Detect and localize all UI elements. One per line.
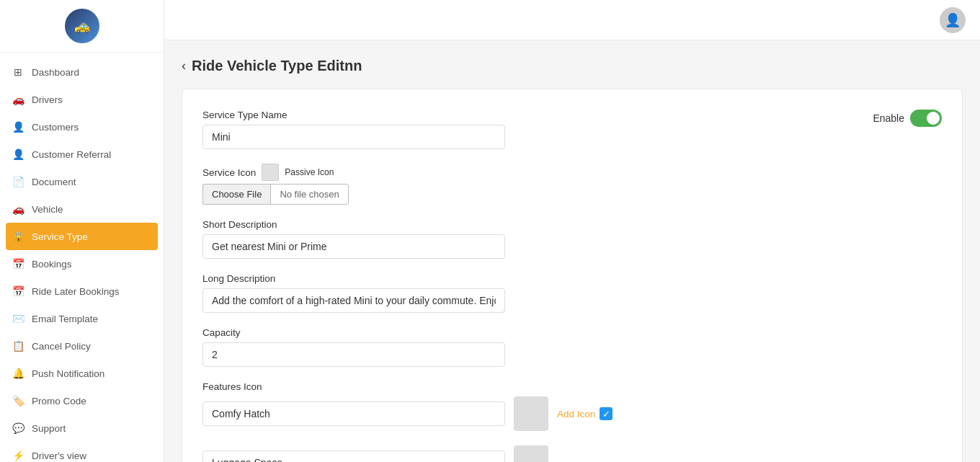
long-description-input[interactable] (202, 288, 505, 313)
sidebar-item-label: Driver's view (32, 450, 152, 461)
sidebar-item-label: Customer Referral (32, 149, 152, 160)
main-content: 👤 ‹ Ride Vehicle Type Editnn Enable Serv… (164, 0, 980, 462)
sidebar-item-label: Promo Code (32, 396, 152, 407)
sidebar-item-push-notification[interactable]: 🔔 Push Notification (0, 360, 164, 387)
passive-icon-preview (262, 164, 279, 181)
topbar: 👤 (164, 0, 980, 40)
sidebar-logo: 🚕 (0, 0, 164, 53)
sidebar-nav: ⊞ Dashboard 🚗 Drivers 👤 Customers 👤 Cust… (0, 53, 164, 462)
features-icon-row: Add Icon ✓ (202, 396, 942, 431)
sidebar-item-promo-code[interactable]: 🏷️ Promo Code (0, 387, 164, 414)
sidebar-item-label: Service Type (32, 231, 152, 242)
dashboard-icon: ⊞ (12, 66, 24, 79)
sidebar-item-label: Ride Later Bookings (32, 286, 152, 297)
no-file-label: No file chosen (270, 184, 348, 205)
enable-toggle[interactable] (910, 110, 942, 127)
enable-label: Enable (873, 112, 904, 124)
sidebar-item-document[interactable]: 📄 Document (0, 168, 164, 195)
user-avatar[interactable]: 👤 (940, 7, 966, 33)
features-icon-input[interactable] (202, 401, 505, 426)
features-icon-group: Features Icon Add Icon ✓ (202, 381, 942, 431)
sidebar-item-label: Dashboard (32, 67, 152, 78)
sidebar-item-ride-later-bookings[interactable]: 📅 Ride Later Bookings (0, 277, 164, 305)
sidebar-item-support[interactable]: 💬 Support (0, 414, 164, 442)
vehicle-icon: 🚗 (12, 203, 24, 216)
sidebar-item-label: Bookings (32, 259, 152, 270)
short-description-label: Short Description (202, 219, 942, 230)
customer-referral-icon: 👤 (12, 148, 24, 161)
service-type-name-group: Service Type Name (202, 110, 942, 149)
sidebar-item-label: Drivers (32, 94, 152, 105)
features-icon-thumbnail (514, 396, 548, 431)
sidebar-item-service-type[interactable]: 🔒 Service Type (6, 223, 158, 250)
page-header: ‹ Ride Vehicle Type Editnn (182, 58, 963, 74)
drivers-view-icon: ⚡ (12, 449, 24, 462)
support-icon: 💬 (12, 422, 24, 435)
form-card: Enable Service Type Name Service Icon Pa… (182, 89, 963, 462)
content-area: ‹ Ride Vehicle Type Editnn Enable Servic… (164, 40, 980, 462)
sidebar-item-customer-referral[interactable]: 👤 Customer Referral (0, 141, 164, 168)
sidebar-item-label: Cancel Policy (32, 341, 152, 352)
long-description-group: Long Description (202, 273, 942, 313)
sidebar-item-label: Push Notification (32, 368, 152, 379)
add-icon-row: Add Icon ✓ (557, 407, 612, 420)
sidebar-item-label: Vehicle (32, 204, 152, 215)
capacity-input[interactable] (202, 342, 505, 367)
service-icon-row: Service Icon Passive Icon (202, 164, 942, 181)
sidebar-item-drivers-view[interactable]: ⚡ Driver's view (0, 442, 164, 462)
add-icon-checkbox[interactable]: ✓ (600, 407, 612, 420)
email-icon: ✉️ (12, 312, 24, 325)
long-description-label: Long Description (202, 273, 942, 284)
drivers-icon: 🚗 (12, 93, 24, 106)
sidebar-item-label: Email Template (32, 314, 152, 324)
sidebar-item-cancel-policy[interactable]: 📋 Cancel Policy (0, 332, 164, 360)
ride-later-icon: 📅 (12, 285, 24, 298)
promo-code-icon: 🏷️ (12, 394, 24, 407)
service-icon-group: Service Icon Passive Icon Choose File No… (202, 164, 942, 205)
choose-file-button[interactable]: Choose File (202, 184, 270, 205)
service-type-icon: 🔒 (12, 230, 24, 243)
sidebar-item-label: Document (32, 177, 152, 187)
enable-row: Enable (873, 110, 942, 127)
features-icon-label: Features Icon (202, 381, 942, 392)
sidebar-item-label: Support (32, 423, 152, 434)
logo-icon: 🚕 (65, 9, 99, 43)
service-icon-label: Service Icon (202, 167, 256, 178)
short-description-group: Short Description (202, 219, 942, 259)
sidebar-item-label: Customers (32, 122, 152, 133)
capacity-group: Capacity (202, 327, 942, 367)
features-icon2-group (202, 445, 942, 462)
sidebar: 🚕 ⊞ Dashboard 🚗 Drivers 👤 Customers 👤 Cu… (0, 0, 164, 462)
bookings-icon: 📅 (12, 257, 24, 270)
features-icon2-input[interactable] (202, 450, 505, 462)
service-type-name-input[interactable] (202, 125, 505, 149)
service-type-name-label: Service Type Name (202, 110, 942, 120)
sidebar-item-customers[interactable]: 👤 Customers (0, 113, 164, 141)
add-icon-label[interactable]: Add Icon (557, 409, 595, 419)
sidebar-item-email-template[interactable]: ✉️ Email Template (0, 305, 164, 332)
capacity-label: Capacity (202, 327, 942, 338)
sidebar-item-dashboard[interactable]: ⊞ Dashboard (0, 58, 164, 86)
short-description-input[interactable] (202, 234, 505, 259)
cancel-policy-icon: 📋 (12, 339, 24, 352)
customers-icon: 👤 (12, 120, 24, 133)
features-icon2-row (202, 445, 942, 462)
sidebar-item-bookings[interactable]: 📅 Bookings (0, 250, 164, 277)
file-input-row: Choose File No file chosen (202, 184, 942, 205)
page-title: Ride Vehicle Type Editnn (192, 58, 362, 74)
push-notification-icon: 🔔 (12, 367, 24, 380)
back-button[interactable]: ‹ (182, 58, 186, 74)
document-icon: 📄 (12, 175, 24, 188)
sidebar-item-vehicle[interactable]: 🚗 Vehicle (0, 195, 164, 223)
passive-icon-label: Passive Icon (285, 167, 334, 177)
sidebar-item-drivers[interactable]: 🚗 Drivers (0, 86, 164, 113)
features-icon2-thumbnail (514, 445, 548, 462)
